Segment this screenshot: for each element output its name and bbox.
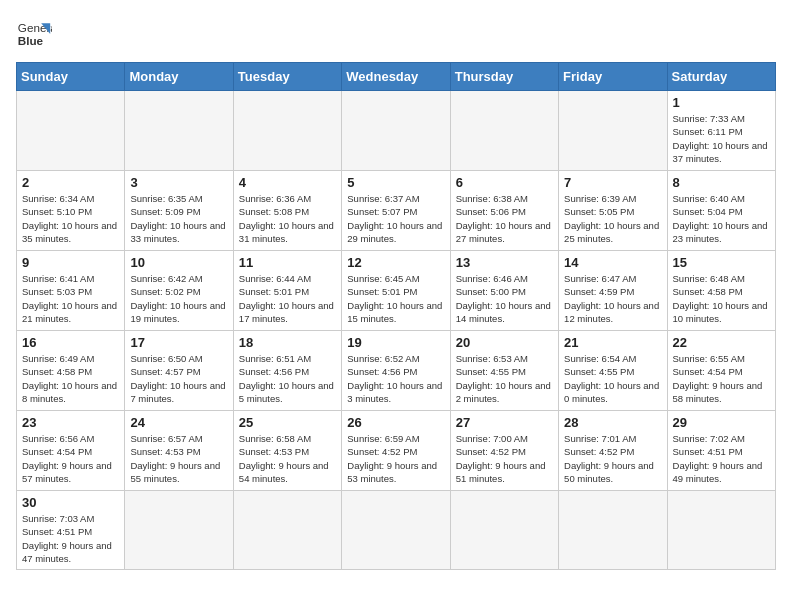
calendar-cell: 3Sunrise: 6:35 AM Sunset: 5:09 PM Daylig… [125,171,233,251]
week-row-1: 1Sunrise: 7:33 AM Sunset: 6:11 PM Daylig… [17,91,776,171]
day-info: Sunrise: 7:00 AM Sunset: 4:52 PM Dayligh… [456,432,553,485]
day-info: Sunrise: 6:41 AM Sunset: 5:03 PM Dayligh… [22,272,119,325]
day-number: 1 [673,95,770,110]
day-number: 17 [130,335,227,350]
day-info: Sunrise: 7:02 AM Sunset: 4:51 PM Dayligh… [673,432,770,485]
calendar-cell: 2Sunrise: 6:34 AM Sunset: 5:10 PM Daylig… [17,171,125,251]
calendar-cell [125,91,233,171]
day-info: Sunrise: 6:56 AM Sunset: 4:54 PM Dayligh… [22,432,119,485]
svg-text:Blue: Blue [18,34,44,47]
week-row-4: 16Sunrise: 6:49 AM Sunset: 4:58 PM Dayli… [17,331,776,411]
week-row-5: 23Sunrise: 6:56 AM Sunset: 4:54 PM Dayli… [17,411,776,491]
day-info: Sunrise: 7:01 AM Sunset: 4:52 PM Dayligh… [564,432,661,485]
header: General Blue [16,16,776,52]
page-container: General Blue SundayMondayTuesdayWednesda… [16,16,776,570]
day-info: Sunrise: 6:53 AM Sunset: 4:55 PM Dayligh… [456,352,553,405]
day-number: 13 [456,255,553,270]
calendar-cell: 6Sunrise: 6:38 AM Sunset: 5:06 PM Daylig… [450,171,558,251]
weekday-header-tuesday: Tuesday [233,63,341,91]
calendar-cell: 13Sunrise: 6:46 AM Sunset: 5:00 PM Dayli… [450,251,558,331]
day-info: Sunrise: 6:55 AM Sunset: 4:54 PM Dayligh… [673,352,770,405]
day-info: Sunrise: 6:59 AM Sunset: 4:52 PM Dayligh… [347,432,444,485]
day-info: Sunrise: 6:34 AM Sunset: 5:10 PM Dayligh… [22,192,119,245]
day-number: 12 [347,255,444,270]
day-number: 20 [456,335,553,350]
week-row-3: 9Sunrise: 6:41 AM Sunset: 5:03 PM Daylig… [17,251,776,331]
calendar-cell: 28Sunrise: 7:01 AM Sunset: 4:52 PM Dayli… [559,411,667,491]
day-number: 15 [673,255,770,270]
day-info: Sunrise: 7:03 AM Sunset: 4:51 PM Dayligh… [22,512,119,565]
day-info: Sunrise: 7:33 AM Sunset: 6:11 PM Dayligh… [673,112,770,165]
calendar-cell: 1Sunrise: 7:33 AM Sunset: 6:11 PM Daylig… [667,91,775,171]
day-info: Sunrise: 6:50 AM Sunset: 4:57 PM Dayligh… [130,352,227,405]
day-info: Sunrise: 6:58 AM Sunset: 4:53 PM Dayligh… [239,432,336,485]
calendar-cell [450,491,558,570]
day-number: 10 [130,255,227,270]
day-info: Sunrise: 6:35 AM Sunset: 5:09 PM Dayligh… [130,192,227,245]
day-number: 30 [22,495,119,510]
day-number: 24 [130,415,227,430]
calendar-cell [342,91,450,171]
calendar-cell: 27Sunrise: 7:00 AM Sunset: 4:52 PM Dayli… [450,411,558,491]
calendar-cell [559,491,667,570]
day-info: Sunrise: 6:40 AM Sunset: 5:04 PM Dayligh… [673,192,770,245]
day-info: Sunrise: 6:45 AM Sunset: 5:01 PM Dayligh… [347,272,444,325]
calendar-cell [450,91,558,171]
weekday-header-sunday: Sunday [17,63,125,91]
day-number: 6 [456,175,553,190]
calendar-cell: 14Sunrise: 6:47 AM Sunset: 4:59 PM Dayli… [559,251,667,331]
calendar-cell: 25Sunrise: 6:58 AM Sunset: 4:53 PM Dayli… [233,411,341,491]
day-number: 28 [564,415,661,430]
calendar-cell [342,491,450,570]
calendar-cell: 30Sunrise: 7:03 AM Sunset: 4:51 PM Dayli… [17,491,125,570]
day-info: Sunrise: 6:39 AM Sunset: 5:05 PM Dayligh… [564,192,661,245]
day-number: 9 [22,255,119,270]
calendar-cell: 21Sunrise: 6:54 AM Sunset: 4:55 PM Dayli… [559,331,667,411]
day-info: Sunrise: 6:51 AM Sunset: 4:56 PM Dayligh… [239,352,336,405]
weekday-header-thursday: Thursday [450,63,558,91]
day-number: 14 [564,255,661,270]
calendar-cell: 29Sunrise: 7:02 AM Sunset: 4:51 PM Dayli… [667,411,775,491]
calendar-cell: 18Sunrise: 6:51 AM Sunset: 4:56 PM Dayli… [233,331,341,411]
day-info: Sunrise: 6:54 AM Sunset: 4:55 PM Dayligh… [564,352,661,405]
weekday-header-saturday: Saturday [667,63,775,91]
weekday-header-monday: Monday [125,63,233,91]
day-number: 22 [673,335,770,350]
calendar-cell [233,491,341,570]
day-number: 26 [347,415,444,430]
logo-area: General Blue [16,16,52,52]
day-info: Sunrise: 6:36 AM Sunset: 5:08 PM Dayligh… [239,192,336,245]
day-number: 29 [673,415,770,430]
day-info: Sunrise: 6:44 AM Sunset: 5:01 PM Dayligh… [239,272,336,325]
day-info: Sunrise: 6:48 AM Sunset: 4:58 PM Dayligh… [673,272,770,325]
day-number: 11 [239,255,336,270]
day-info: Sunrise: 6:52 AM Sunset: 4:56 PM Dayligh… [347,352,444,405]
weekday-header-row: SundayMondayTuesdayWednesdayThursdayFrid… [17,63,776,91]
calendar-cell: 4Sunrise: 6:36 AM Sunset: 5:08 PM Daylig… [233,171,341,251]
calendar-cell: 19Sunrise: 6:52 AM Sunset: 4:56 PM Dayli… [342,331,450,411]
calendar-cell: 11Sunrise: 6:44 AM Sunset: 5:01 PM Dayli… [233,251,341,331]
week-row-6: 30Sunrise: 7:03 AM Sunset: 4:51 PM Dayli… [17,491,776,570]
day-number: 21 [564,335,661,350]
calendar-cell: 24Sunrise: 6:57 AM Sunset: 4:53 PM Dayli… [125,411,233,491]
calendar-cell [233,91,341,171]
day-info: Sunrise: 6:49 AM Sunset: 4:58 PM Dayligh… [22,352,119,405]
day-info: Sunrise: 6:37 AM Sunset: 5:07 PM Dayligh… [347,192,444,245]
day-number: 5 [347,175,444,190]
calendar-cell: 15Sunrise: 6:48 AM Sunset: 4:58 PM Dayli… [667,251,775,331]
day-info: Sunrise: 6:57 AM Sunset: 4:53 PM Dayligh… [130,432,227,485]
day-number: 27 [456,415,553,430]
calendar-cell: 26Sunrise: 6:59 AM Sunset: 4:52 PM Dayli… [342,411,450,491]
day-number: 19 [347,335,444,350]
generalblue-logo-icon: General Blue [16,16,52,52]
week-row-2: 2Sunrise: 6:34 AM Sunset: 5:10 PM Daylig… [17,171,776,251]
calendar-cell: 22Sunrise: 6:55 AM Sunset: 4:54 PM Dayli… [667,331,775,411]
day-number: 2 [22,175,119,190]
day-info: Sunrise: 6:46 AM Sunset: 5:00 PM Dayligh… [456,272,553,325]
calendar-cell: 5Sunrise: 6:37 AM Sunset: 5:07 PM Daylig… [342,171,450,251]
calendar-cell [667,491,775,570]
calendar-cell [17,91,125,171]
day-number: 4 [239,175,336,190]
day-info: Sunrise: 6:47 AM Sunset: 4:59 PM Dayligh… [564,272,661,325]
day-number: 7 [564,175,661,190]
